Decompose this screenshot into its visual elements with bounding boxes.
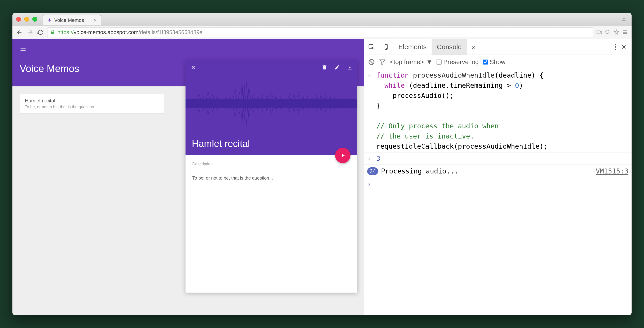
tab-console[interactable]: Console xyxy=(432,39,467,55)
svg-rect-0 xyxy=(597,31,600,34)
output-chevron-icon: ‹ xyxy=(367,154,376,164)
url-text: https://voice-memos.appspot.com/details/… xyxy=(58,29,202,35)
browser-tab[interactable]: Voice Memos × xyxy=(43,15,101,25)
console-code: function processAudioWhenIdle(deadline) … xyxy=(376,70,628,151)
tab-elements[interactable]: Elements xyxy=(394,39,432,55)
tab-title: Voice Memos xyxy=(54,17,84,23)
devtools-panel: Elements Console » <top frame> ▼ Preserv… xyxy=(364,39,632,315)
maximize-window-button[interactable] xyxy=(32,17,37,22)
inspect-icon[interactable] xyxy=(364,39,379,55)
log-count-badge: 24 xyxy=(367,167,378,175)
hamburger-icon[interactable] xyxy=(20,45,356,52)
edit-icon[interactable] xyxy=(334,64,340,70)
voice-memos-app: Voice Memos Hamlet recital To be, or not… xyxy=(12,39,364,315)
lock-icon xyxy=(50,30,55,35)
log-message: Processing audio... xyxy=(381,166,458,176)
devtools-close-icon[interactable] xyxy=(621,44,627,50)
preserve-log-checkbox[interactable]: Preserve log xyxy=(436,58,479,66)
log-source[interactable]: VM1515:3 xyxy=(596,166,629,176)
traffic-lights xyxy=(16,17,37,22)
device-icon[interactable] xyxy=(379,39,394,55)
detail-header: Hamlet recital xyxy=(186,60,357,155)
detail-body: Description To be, or not to be, that is… xyxy=(186,155,357,187)
svg-point-7 xyxy=(614,44,616,45)
memo-item[interactable]: Hamlet recital To be, or not to be, that… xyxy=(20,94,165,113)
url-path: /details/f1f3953e5668d89e xyxy=(138,29,202,35)
chevron-down-icon: ▼ xyxy=(426,58,432,66)
devtools-tabs: Elements Console » xyxy=(364,39,632,55)
back-button[interactable] xyxy=(16,29,23,36)
frame-selector[interactable]: <top frame> ▼ xyxy=(390,58,432,66)
console-return: 3 xyxy=(376,154,380,164)
svg-point-1 xyxy=(606,30,609,33)
show-input[interactable] xyxy=(483,60,488,64)
waveform-icon xyxy=(186,76,357,130)
menu-icon[interactable] xyxy=(622,29,628,35)
filter-icon[interactable] xyxy=(379,59,386,65)
address-bar[interactable]: https://voice-memos.appspot.com/details/… xyxy=(47,27,593,37)
star-icon[interactable] xyxy=(614,29,619,35)
console-prompt[interactable]: › xyxy=(364,177,632,190)
clear-console-icon[interactable] xyxy=(368,59,375,65)
memo-detail-card: Hamlet recital Description To be, or not… xyxy=(186,60,357,293)
forward-button[interactable] xyxy=(26,29,34,36)
description-text: To be, or not to be, that is the questio… xyxy=(192,175,350,181)
description-label: Description xyxy=(192,162,350,166)
input-chevron-icon: › xyxy=(367,70,376,151)
browser-toolbar: https://voice-memos.appspot.com/details/… xyxy=(12,25,632,39)
svg-point-6 xyxy=(386,48,386,49)
close-window-button[interactable] xyxy=(16,17,21,22)
mic-icon xyxy=(47,18,52,22)
svg-point-9 xyxy=(614,49,616,50)
url-protocol: https:// xyxy=(58,29,74,35)
content-area: Voice Memos Hamlet recital To be, or not… xyxy=(12,39,632,315)
kebab-icon[interactable] xyxy=(614,43,616,50)
profile-button[interactable] xyxy=(620,15,628,23)
toolbar-icons xyxy=(596,29,628,35)
minimize-window-button[interactable] xyxy=(24,17,29,22)
detail-title: Hamlet recital xyxy=(192,138,250,149)
url-host: voice-memos.appspot.com xyxy=(74,29,138,35)
zoom-icon[interactable] xyxy=(605,29,611,35)
console-output[interactable]: › function processAudioWhenIdle(deadline… xyxy=(364,69,632,315)
preserve-log-input[interactable] xyxy=(436,60,442,64)
browser-window: Voice Memos × https://voice-memos.appspo… xyxy=(12,13,632,315)
memo-item-title: Hamlet recital xyxy=(25,98,160,104)
detail-actions xyxy=(322,64,353,70)
download-icon[interactable] xyxy=(347,64,353,70)
show-label: Show xyxy=(490,58,506,66)
delete-icon[interactable] xyxy=(322,64,328,70)
show-checkbox[interactable]: Show xyxy=(483,58,506,66)
memo-item-subtitle: To be, or not to be, that is the questio… xyxy=(25,105,160,109)
frame-selector-label: <top frame> xyxy=(390,58,424,66)
preserve-log-label: Preserve log xyxy=(443,58,479,66)
close-icon[interactable] xyxy=(190,64,196,71)
svg-point-8 xyxy=(614,46,616,48)
console-log-line: 24 Processing audio... VM1515:3 xyxy=(364,165,632,177)
tab-close-icon[interactable]: × xyxy=(94,17,97,23)
reload-button[interactable] xyxy=(37,29,44,36)
console-toolbar: <top frame> ▼ Preserve log Show xyxy=(364,55,632,69)
tab-overflow[interactable]: » xyxy=(467,39,481,55)
titlebar: Voice Memos × xyxy=(12,13,632,25)
camera-icon[interactable] xyxy=(596,29,602,35)
play-button[interactable] xyxy=(335,148,350,163)
